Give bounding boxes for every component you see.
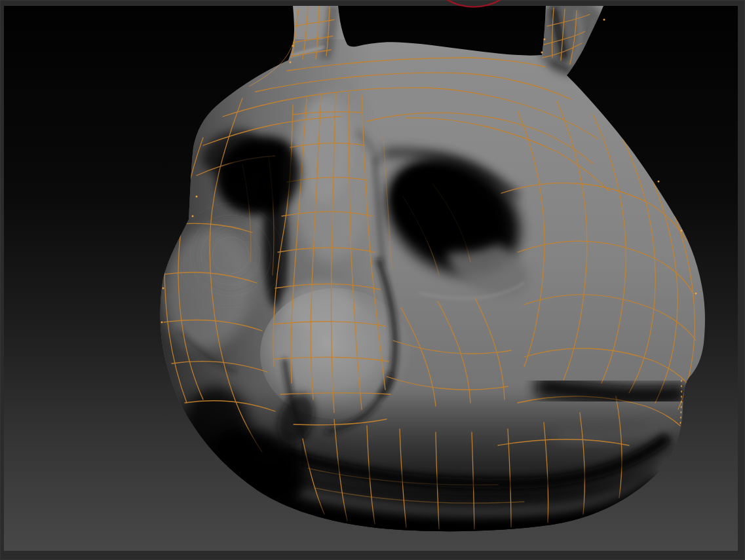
sculpt-canvas[interactable] [0,0,745,560]
application-window [0,0,745,560]
